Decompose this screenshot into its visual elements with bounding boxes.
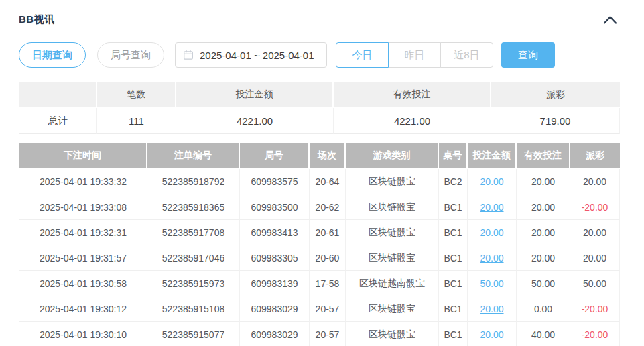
bet-column-header: 投注金额 — [468, 143, 517, 169]
quick-range-last8days[interactable]: 近8日 — [440, 42, 493, 68]
summary-column-header: 笔数 — [97, 82, 176, 108]
summary-cell: 总计 — [19, 108, 97, 134]
bet-column-header: 有效投注 — [517, 143, 570, 169]
search-button[interactable]: 查询 — [501, 42, 555, 68]
summary-total-row: 总计1114221.004221.00719.00 — [19, 108, 620, 134]
date-range-picker[interactable]: 2025-04-01 ~ 2025-04-01 — [175, 42, 327, 68]
bet-cell: -20.00 — [570, 322, 620, 346]
bet-cell: 50.00 — [517, 271, 570, 296]
tab-date-query[interactable]: 日期查询 — [19, 42, 86, 68]
summary-header-row: 笔数投注金额有效投注派彩 — [19, 82, 620, 108]
bet-row: 2025-04-01 19:31:57522385917046609983305… — [19, 245, 620, 271]
summary-column-header — [19, 82, 97, 108]
bet-cell: 2025-04-01 19:32:31 — [19, 220, 147, 245]
panel-title: BB视讯 — [19, 13, 55, 26]
bet-cell: 20.00 — [468, 296, 517, 322]
bet-cell: 50.00 — [570, 271, 620, 296]
bet-cell: 20-60 — [310, 245, 346, 271]
bet-cell: 20-61 — [310, 220, 346, 245]
summary-cell: 4221.00 — [176, 108, 334, 134]
bet-column-header: 派彩 — [570, 143, 620, 169]
bet-row: 2025-04-01 19:30:12522385915108609983029… — [19, 296, 620, 322]
bet-cell: 区块链骰宝 — [346, 220, 439, 245]
summary-column-header: 有效投注 — [334, 82, 491, 108]
bet-cell: 40.00 — [517, 322, 570, 346]
bet-table-header-row: 下注时间注单编号局号场次游戏类别桌号投注金额有效投注派彩 — [19, 143, 620, 169]
bet-column-header: 场次 — [310, 143, 346, 169]
bet-column-header: 注单编号 — [147, 143, 240, 169]
bet-cell: -20.00 — [570, 194, 620, 220]
bet-cell: 区块链骰宝 — [346, 322, 439, 346]
bet-column-header: 局号 — [240, 143, 310, 169]
bet-cell: 609983575 — [240, 169, 310, 194]
bet-cell: 20.00 — [517, 194, 570, 220]
tab-round-query[interactable]: 局号查询 — [97, 42, 164, 68]
bet-cell: 区块链骰宝 — [346, 296, 439, 322]
bet-cell: BC1 — [439, 194, 468, 220]
bet-cell: 609983139 — [240, 271, 310, 296]
summary-column-header: 派彩 — [491, 82, 620, 108]
bet-row: 2025-04-01 19:33:32522385918792609983575… — [19, 169, 620, 194]
bet-cell: 20-57 — [310, 296, 346, 322]
bet-cell: 17-58 — [310, 271, 346, 296]
bet-amount-link[interactable]: 20.00 — [480, 253, 503, 264]
bet-cell: 609983500 — [240, 194, 310, 220]
summary-cell: 111 — [97, 108, 176, 134]
bet-amount-link[interactable]: 20.00 — [480, 176, 503, 187]
bet-cell: 2025-04-01 19:30:12 — [19, 296, 147, 322]
bet-cell: 609983305 — [240, 245, 310, 271]
summary-column-header: 投注金额 — [176, 82, 334, 108]
bet-row: 2025-04-01 19:30:58522385915973609983139… — [19, 271, 620, 296]
bet-cell: 区块链骰宝 — [346, 194, 439, 220]
bet-row: 2025-04-01 19:32:31522385917708609983413… — [19, 220, 620, 245]
bet-cell: 20.00 — [570, 245, 620, 271]
bet-table: 下注时间注单编号局号场次游戏类别桌号投注金额有效投注派彩 2025-04-01 … — [19, 143, 620, 346]
bet-amount-link[interactable]: 20.00 — [480, 202, 503, 213]
bet-cell: 2025-04-01 19:31:57 — [19, 245, 147, 271]
bet-amount-link[interactable]: 50.00 — [480, 278, 503, 289]
bet-cell: 2025-04-01 19:33:08 — [19, 194, 147, 220]
bet-cell: 区块链骰宝 — [346, 245, 439, 271]
bet-cell: 20.00 — [517, 245, 570, 271]
bet-column-header: 桌号 — [439, 143, 468, 169]
summary-body: 总计1114221.004221.00719.00 — [19, 108, 620, 134]
bet-cell: 2025-04-01 19:30:10 — [19, 322, 147, 346]
bet-cell: 522385917046 — [147, 245, 240, 271]
bet-cell: 50.00 — [468, 271, 517, 296]
bet-cell: 2025-04-01 19:33:32 — [19, 169, 147, 194]
bet-cell: 20.00 — [468, 322, 517, 346]
bet-cell: 609983413 — [240, 220, 310, 245]
bet-cell: 20.00 — [468, 194, 517, 220]
bet-cell: 20.00 — [517, 220, 570, 245]
quick-range-yesterday[interactable]: 昨日 — [388, 42, 441, 68]
bet-cell: 0.00 — [517, 296, 570, 322]
summary-cell: 4221.00 — [334, 108, 491, 134]
chevron-up-icon — [603, 16, 617, 26]
bet-cell: BC1 — [439, 271, 468, 296]
date-range-value: 2025-04-01 ~ 2025-04-01 — [200, 50, 314, 61]
bet-amount-link[interactable]: 20.00 — [480, 304, 503, 314]
collapse-button[interactable] — [602, 14, 619, 25]
bet-amount-link[interactable]: 20.00 — [480, 227, 503, 238]
bet-cell: 20-64 — [310, 169, 346, 194]
summary-table: 笔数投注金额有效投注派彩 总计1114221.004221.00719.00 — [19, 82, 620, 134]
bet-table-body: 2025-04-01 19:33:32522385918792609983575… — [19, 169, 620, 346]
bet-cell: 522385915973 — [147, 271, 240, 296]
bet-cell: 区块链骰宝 — [346, 169, 439, 194]
bet-amount-link[interactable]: 20.00 — [480, 329, 503, 340]
bet-column-header: 下注时间 — [19, 143, 147, 169]
bet-cell: BC1 — [439, 322, 468, 346]
bet-cell: 20-57 — [310, 322, 346, 346]
calendar-icon — [183, 50, 194, 60]
bet-cell: 20.00 — [468, 220, 517, 245]
bet-cell: 522385918792 — [147, 169, 240, 194]
bet-cell: 609983029 — [240, 322, 310, 346]
bet-cell: 20.00 — [468, 245, 517, 271]
bet-cell: 区块链越南骰宝 — [346, 271, 439, 296]
bet-cell: 20.00 — [570, 220, 620, 245]
bet-cell: 522385915077 — [147, 322, 240, 346]
bet-cell: 522385917708 — [147, 220, 240, 245]
panel-header: BB视讯 — [0, 0, 644, 26]
quick-range-today[interactable]: 今日 — [336, 42, 389, 68]
bet-column-header: 游戏类别 — [346, 143, 439, 169]
